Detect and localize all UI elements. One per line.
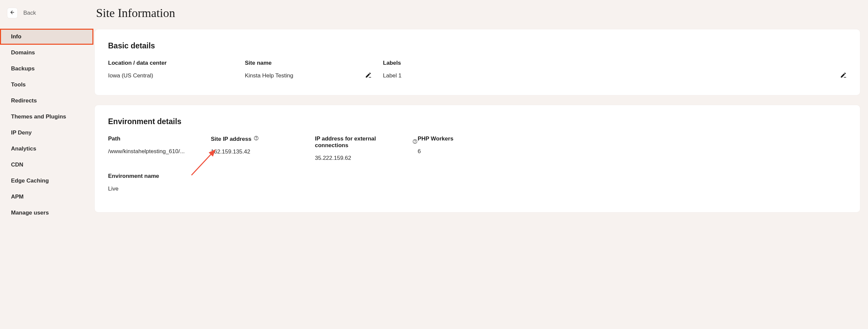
- sidebar-item-analytics[interactable]: Analytics: [0, 141, 93, 157]
- env-name-cell: Environment name Live: [108, 173, 211, 192]
- sidebar: Back Info Domains Backups Tools Redirect…: [0, 0, 93, 329]
- environment-details-card: Environment details Path /www/kinstahelp…: [95, 105, 860, 212]
- sidebar-nav: Info Domains Backups Tools Redirects The…: [0, 27, 93, 221]
- sidebar-item-manage-users[interactable]: Manage users: [0, 205, 93, 221]
- site-name-cell: Site name Kinsta Help Testing: [245, 60, 383, 79]
- environment-details-heading: Environment details: [108, 117, 847, 126]
- site-ip-label: Site IP address: [211, 136, 315, 143]
- location-value: Iowa (US Central): [108, 72, 245, 79]
- labels-value: Label 1: [383, 72, 847, 79]
- ext-ip-value: 35.222.159.62: [315, 155, 417, 161]
- sidebar-item-info[interactable]: Info: [0, 29, 93, 45]
- help-icon[interactable]: [253, 136, 259, 143]
- page-title: Site Information: [96, 6, 860, 20]
- php-workers-value: 6: [417, 148, 484, 155]
- back-row: Back: [0, 8, 93, 27]
- site-name-value: Kinsta Help Testing: [245, 72, 383, 79]
- pencil-icon: [365, 74, 372, 80]
- php-workers-cell: PHP Workers 6: [417, 136, 484, 161]
- path-cell: Path /www/kinstahelptesting_610/...: [108, 136, 211, 161]
- help-icon[interactable]: [412, 139, 417, 146]
- svg-point-6: [415, 142, 415, 143]
- sidebar-item-edge-caching[interactable]: Edge Caching: [0, 173, 93, 189]
- main-content: Site Information Basic details Location …: [93, 0, 868, 329]
- sidebar-item-tools[interactable]: Tools: [0, 77, 93, 93]
- arrow-left-icon: [10, 10, 15, 17]
- env-name-value: Live: [108, 185, 211, 192]
- sidebar-item-redirects[interactable]: Redirects: [0, 93, 93, 109]
- site-ip-value: 162.159.135.42: [211, 148, 315, 155]
- svg-rect-2: [844, 77, 846, 78]
- location-cell: Location / data center Iowa (US Central): [108, 60, 245, 79]
- edit-labels-button[interactable]: [840, 72, 847, 80]
- env-name-label: Environment name: [108, 173, 211, 180]
- ext-ip-label: IP address for external connections: [315, 136, 417, 149]
- svg-rect-1: [369, 77, 371, 78]
- labels-cell: Labels Label 1: [383, 60, 847, 79]
- sidebar-item-backups[interactable]: Backups: [0, 61, 93, 77]
- path-value: /www/kinstahelptesting_610/...: [108, 148, 211, 155]
- ext-ip-cell: IP address for external connections 35.2…: [315, 136, 417, 161]
- basic-details-card: Basic details Location / data center Iow…: [95, 29, 860, 95]
- back-button[interactable]: [7, 8, 17, 18]
- path-label: Path: [108, 136, 211, 142]
- env-row-2: Environment name Live: [108, 173, 847, 192]
- sidebar-item-apm[interactable]: APM: [0, 189, 93, 205]
- site-ip-label-text: Site IP address: [211, 136, 251, 143]
- ext-ip-label-text: IP address for external connections: [315, 136, 410, 149]
- basic-details-row: Location / data center Iowa (US Central)…: [108, 60, 847, 79]
- sidebar-item-domains[interactable]: Domains: [0, 45, 93, 61]
- env-row-1: Path /www/kinstahelptesting_610/... Site…: [108, 136, 847, 161]
- sidebar-item-cdn[interactable]: CDN: [0, 157, 93, 173]
- sidebar-item-ip-deny[interactable]: IP Deny: [0, 125, 93, 141]
- edit-site-name-button[interactable]: [365, 72, 372, 80]
- labels-label: Labels: [383, 60, 847, 66]
- php-workers-label: PHP Workers: [417, 136, 484, 142]
- site-ip-cell: Site IP address 162.159.135.42: [211, 136, 315, 161]
- sidebar-item-themes-and-plugins[interactable]: Themes and Plugins: [0, 109, 93, 125]
- site-name-label: Site name: [245, 60, 383, 66]
- svg-point-4: [256, 139, 256, 140]
- pencil-icon: [840, 74, 847, 80]
- basic-details-heading: Basic details: [108, 41, 847, 50]
- back-label: Back: [23, 10, 36, 17]
- location-label: Location / data center: [108, 60, 245, 66]
